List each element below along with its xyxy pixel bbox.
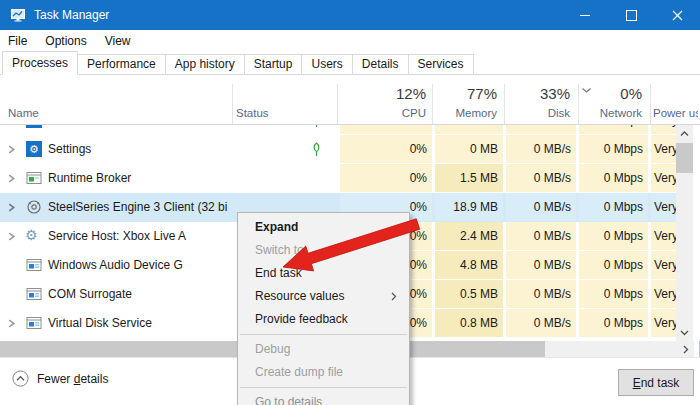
process-name: COM Surrogate: [48, 280, 132, 309]
menu-item-switch-to: Switch to: [238, 239, 409, 262]
power-cell: Very lo: [651, 164, 676, 192]
expander-chevron-icon[interactable]: [7, 203, 16, 212]
disk-cell: 0 MB/s: [506, 251, 576, 279]
disk-cell: 0 MB/s: [506, 222, 576, 250]
column-power-usage[interactable]: Power us: [653, 106, 698, 121]
suspended-leaf-icon: [311, 142, 322, 157]
power-cell: Very lo: [651, 193, 676, 221]
tab-users[interactable]: Users: [301, 54, 352, 75]
menu-view[interactable]: View: [96, 34, 140, 48]
network-cell: 0 Mbps: [579, 193, 648, 221]
tab-app-history[interactable]: App history: [165, 54, 245, 75]
column-divider: [337, 84, 338, 124]
cpu-cell: 0%: [340, 135, 432, 163]
memory-total-percent: 77%: [435, 84, 497, 103]
process-name: Virtual Disk Service: [48, 309, 152, 338]
network-cell: 0 Mbps: [579, 309, 648, 337]
expander-chevron-icon[interactable]: [7, 232, 16, 241]
tab-performance[interactable]: Performance: [77, 54, 166, 75]
end-task-button[interactable]: End task: [618, 369, 694, 396]
column-disk[interactable]: Disk: [506, 106, 570, 121]
disk-cell: 0 MB/s: [506, 193, 576, 221]
table-row-settings[interactable]: ⚙ Settings 0% 0 MB 0 MB/s 0 Mbps Very lo: [0, 135, 676, 164]
maximize-button[interactable]: [608, 0, 654, 30]
suspended-leaf-icon: [311, 125, 322, 128]
column-name[interactable]: Name: [8, 106, 68, 121]
power-cell: Very lo: [651, 222, 676, 250]
menu-item-go-to-details[interactable]: Go to details: [238, 391, 409, 405]
memory-cell: 0.8 MB: [435, 309, 503, 337]
disk-cell: 0 MB/s: [506, 280, 576, 308]
table-row-runtime-broker[interactable]: Runtime Broker 0% 1.5 MB 0 MB/s 0 Mbps V…: [0, 164, 676, 193]
memory-cell: 1.5 MB: [435, 164, 503, 192]
menu-item-debug: Debug: [238, 338, 409, 361]
disk-cell: 0 MB/s: [506, 135, 576, 163]
memory-cell: 0.5 MB: [435, 280, 503, 308]
column-cpu[interactable]: CPU: [340, 106, 426, 121]
expander-chevron-icon[interactable]: [7, 145, 16, 154]
cpu-cell: 0%: [340, 125, 432, 134]
tab-services[interactable]: Services: [408, 54, 474, 75]
menubar: File Options View: [0, 30, 700, 52]
expander-chevron-icon[interactable]: [7, 319, 16, 328]
menu-separator: [240, 387, 407, 388]
window-title: Task Manager: [34, 8, 109, 22]
tab-processes[interactable]: Processes: [2, 51, 78, 75]
power-cell: Very lo: [651, 251, 676, 279]
fewer-details-toggle[interactable]: Fewer details: [12, 370, 108, 387]
menu-item-provide-feedback[interactable]: Provide feedback: [238, 308, 409, 331]
scroll-up-icon[interactable]: [676, 125, 693, 142]
scroll-right-icon[interactable]: [677, 341, 694, 357]
scroll-down-icon[interactable]: [676, 324, 693, 341]
disk-cell: 0 MB/s: [506, 125, 576, 134]
task-manager-app-icon: [10, 7, 26, 23]
context-menu: Expand Switch to End task Resource value…: [237, 212, 410, 405]
disk-cell: 0 MB/s: [506, 309, 576, 337]
menu-item-create-dump-file: Create dump file: [238, 361, 409, 384]
process-name: Settings: [48, 135, 91, 164]
disk-cell: 0 MB/s: [506, 164, 576, 192]
network-cell: 0 Mbps: [579, 125, 648, 134]
network-cell: 0 Mbps: [579, 222, 648, 250]
memory-cell: 18.9 MB: [435, 193, 503, 221]
memory-cell: 4.8 MB: [435, 251, 503, 279]
tab-startup[interactable]: Startup: [244, 54, 303, 75]
network-cell: 0 Mbps: [579, 251, 648, 279]
process-name: Service Host: Xbox Live A: [48, 222, 186, 251]
app-window-icon: [26, 286, 42, 302]
menu-item-expand[interactable]: Expand: [238, 216, 409, 239]
table-row-search[interactable]: Search 0% 0 MB 0 MB/s 0 Mbps Very lo: [0, 125, 676, 135]
minimize-icon: [580, 15, 590, 16]
app-window-icon: [26, 315, 42, 331]
column-network[interactable]: Network: [579, 106, 642, 121]
expander-chevron-icon[interactable]: [7, 174, 16, 183]
tab-details[interactable]: Details: [352, 54, 409, 75]
process-name: Windows Audio Device G: [48, 251, 183, 280]
network-cell: 0 Mbps: [579, 280, 648, 308]
tab-bar: Processes Performance App history Startu…: [0, 52, 700, 75]
menu-item-resource-values[interactable]: Resource values: [238, 285, 409, 308]
menu-options[interactable]: Options: [36, 34, 95, 48]
power-cell: Very lo: [651, 280, 676, 308]
process-name: Runtime Broker: [48, 164, 131, 193]
column-divider: [232, 84, 233, 124]
minimize-button[interactable]: [562, 0, 608, 30]
vertical-scroll-thumb[interactable]: [676, 143, 693, 173]
app-window-icon: [26, 170, 42, 186]
column-divider: [504, 84, 505, 124]
fewer-details-label: Fewer details: [37, 372, 108, 386]
network-cell: 0 Mbps: [579, 164, 648, 192]
menu-item-end-task[interactable]: End task: [238, 262, 409, 285]
disk-total-percent: 33%: [506, 84, 570, 103]
steelseries-icon: [26, 199, 42, 215]
memory-cell: 0 MB: [435, 125, 503, 134]
vertical-scrollbar[interactable]: [676, 125, 693, 341]
column-memory[interactable]: Memory: [435, 106, 497, 121]
menu-file[interactable]: File: [0, 34, 36, 48]
column-divider: [432, 84, 433, 124]
memory-cell: 0 MB: [435, 135, 503, 163]
settings-icon: ⚙: [26, 141, 42, 157]
column-status[interactable]: Status: [236, 106, 296, 121]
titlebar[interactable]: Task Manager: [0, 0, 700, 30]
close-button[interactable]: [654, 0, 700, 30]
